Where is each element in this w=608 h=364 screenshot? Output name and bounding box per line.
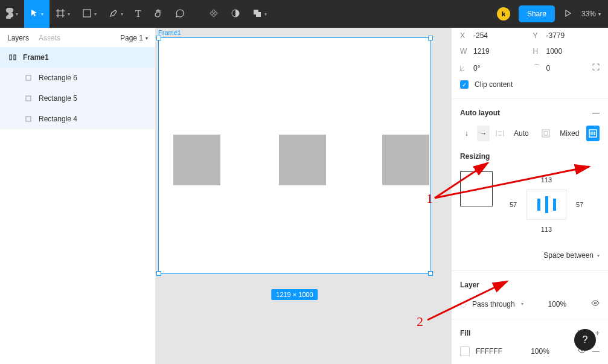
spacing-mode-icon[interactable]: [493, 126, 507, 141]
fill-hex-input[interactable]: FFFFFF: [476, 347, 502, 356]
direction-vertical-button[interactable]: ↓: [460, 126, 473, 141]
annotation-label-2: 2: [417, 314, 423, 330]
blend-mode-icon[interactable]: ◌: [460, 300, 466, 308]
svg-rect-8: [26, 117, 31, 121]
blend-mode-dropdown[interactable]: Pass through: [472, 300, 515, 308]
user-avatar[interactable]: k: [497, 7, 510, 21]
independent-corners-icon[interactable]: [592, 63, 600, 72]
padding-left-input[interactable]: 57: [510, 201, 517, 208]
comment-tool-button[interactable]: [169, 0, 191, 28]
padding-right-input[interactable]: 57: [576, 201, 583, 208]
auto-layout-frame-icon: [8, 53, 17, 62]
rotation-input[interactable]: 0°: [473, 64, 527, 72]
hand-tool-button[interactable]: [147, 0, 169, 28]
zoom-value: 33%: [581, 10, 596, 18]
spacing-mode-dropdown[interactable]: Space between ▾: [452, 246, 608, 264]
figma-logo-icon: [6, 8, 13, 21]
canvas-frame-label[interactable]: Frame1: [158, 29, 181, 36]
y-input[interactable]: -3779: [546, 31, 600, 40]
svg-rect-5: [14, 55, 16, 60]
add-fill-button[interactable]: +: [595, 329, 600, 337]
chevron-down-icon: ▾: [597, 253, 600, 258]
cursor-icon: [30, 9, 39, 19]
w-input[interactable]: 1219: [473, 47, 527, 56]
frame-tool-button[interactable]: ▾: [50, 0, 76, 28]
share-button[interactable]: Share: [519, 5, 555, 22]
canvas-rectangle[interactable]: [279, 135, 326, 185]
rectangle-icon: [24, 74, 33, 82]
boolean-button[interactable]: ▾: [246, 0, 273, 28]
alignment-padding-grid: 113 57 57 113: [501, 171, 600, 238]
selected-frame[interactable]: 1219 × 1000: [158, 37, 431, 274]
layers-tab[interactable]: Layers: [7, 34, 29, 42]
resize-handle-tr[interactable]: [428, 36, 433, 40]
chevron-down-icon: ▾: [121, 11, 123, 17]
spacing-auto-value[interactable]: Auto: [510, 129, 533, 138]
radius-input[interactable]: 0: [546, 64, 588, 72]
top-toolbar: ▾ ▾ ▾ ▾ ▾ T: [0, 0, 608, 28]
canvas-rectangle[interactable]: [173, 135, 220, 185]
pen-icon: [109, 8, 118, 20]
canvas-rectangle[interactable]: [382, 135, 429, 185]
rectangle-icon: [24, 94, 33, 103]
pen-tool-button[interactable]: ▾: [103, 0, 129, 28]
page-selector[interactable]: Page 1 ▾: [120, 34, 148, 42]
x-label: X: [460, 31, 469, 40]
help-button[interactable]: ?: [574, 329, 596, 351]
h-input[interactable]: 1000: [546, 47, 600, 56]
layer-name: Rectangle 6: [39, 74, 77, 82]
layer-row-frame1[interactable]: Frame1: [0, 47, 155, 68]
svg-rect-0: [83, 10, 91, 17]
svg-rect-9: [542, 130, 549, 137]
zoom-control[interactable]: 33% ▾: [581, 10, 601, 18]
layer-name: Frame1: [23, 53, 49, 62]
layer-section-title: Layer: [460, 281, 479, 289]
layers-panel: Layers Assets Page 1 ▾ Frame1 Rectangle …: [0, 28, 156, 364]
chevron-down-icon: ▾: [16, 11, 18, 17]
page-label: Page 1: [120, 34, 143, 42]
layer-opacity-input[interactable]: 100%: [548, 300, 567, 308]
canvas[interactable]: Frame1 1219 × 1000: [156, 28, 451, 364]
components-button[interactable]: [203, 0, 225, 28]
direction-horizontal-button[interactable]: →: [477, 126, 490, 141]
toolbar-left: ▾ ▾ ▾ ▾ ▾ T: [0, 0, 273, 28]
text-tool-button[interactable]: T: [129, 0, 147, 28]
layer-row-rectangle-4[interactable]: Rectangle 4: [0, 109, 155, 129]
clip-content-checkbox[interactable]: ✓: [460, 80, 469, 89]
text-icon: T: [135, 8, 141, 19]
alignment-preview[interactable]: [526, 190, 566, 220]
remove-auto-layout-button[interactable]: —: [592, 109, 600, 117]
svg-point-12: [594, 302, 596, 304]
resizing-constraint-box[interactable]: [460, 171, 493, 206]
chevron-down-icon: ▾: [68, 11, 70, 17]
layer-row-rectangle-6[interactable]: Rectangle 6: [0, 68, 155, 88]
chevron-down-icon: ▾: [598, 11, 601, 17]
resize-handle-br[interactable]: [428, 271, 433, 276]
remove-fill-button[interactable]: —: [592, 347, 600, 356]
clip-content-label: Clip content: [475, 80, 513, 89]
padding-icon[interactable]: [540, 126, 553, 141]
padding-top-input[interactable]: 113: [541, 176, 552, 184]
svg-rect-4: [10, 55, 11, 60]
union-icon: [252, 8, 262, 20]
present-button[interactable]: [563, 9, 572, 19]
visibility-toggle[interactable]: [591, 299, 600, 309]
resize-handle-bl[interactable]: [156, 271, 161, 276]
assets-tab[interactable]: Assets: [39, 34, 60, 42]
fill-color-swatch[interactable]: [460, 346, 470, 356]
resize-handle-tl[interactable]: [156, 36, 161, 40]
padding-bottom-input[interactable]: 113: [541, 226, 552, 233]
rectangle-icon: [82, 8, 92, 20]
main-menu-button[interactable]: ▾: [0, 0, 24, 28]
padding-mixed-value[interactable]: Mixed: [556, 129, 583, 138]
mask-button[interactable]: [225, 0, 246, 28]
shape-tool-button[interactable]: ▾: [76, 0, 103, 28]
svg-rect-6: [26, 75, 31, 80]
fill-opacity-input[interactable]: 100%: [531, 347, 549, 356]
x-input[interactable]: -254: [473, 31, 527, 40]
alignment-panel-button[interactable]: [586, 126, 600, 141]
layer-row-rectangle-5[interactable]: Rectangle 5: [0, 88, 155, 109]
svg-rect-7: [26, 96, 31, 101]
rotation-icon: ⟀: [460, 64, 469, 72]
move-tool-button[interactable]: ▾: [24, 0, 50, 28]
